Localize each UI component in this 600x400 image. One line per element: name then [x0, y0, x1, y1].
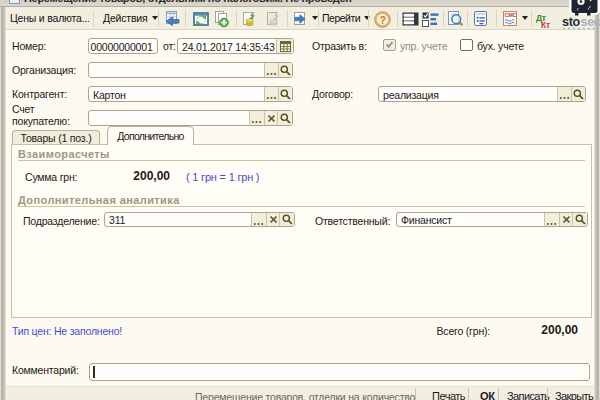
- svg-text:sto: sto: [562, 15, 581, 29]
- svg-text:СМС: СМС: [505, 12, 517, 18]
- svg-text:Кт: Кт: [541, 20, 550, 29]
- svg-text:?: ?: [379, 14, 385, 26]
- svg-text:sec: sec: [581, 15, 600, 29]
